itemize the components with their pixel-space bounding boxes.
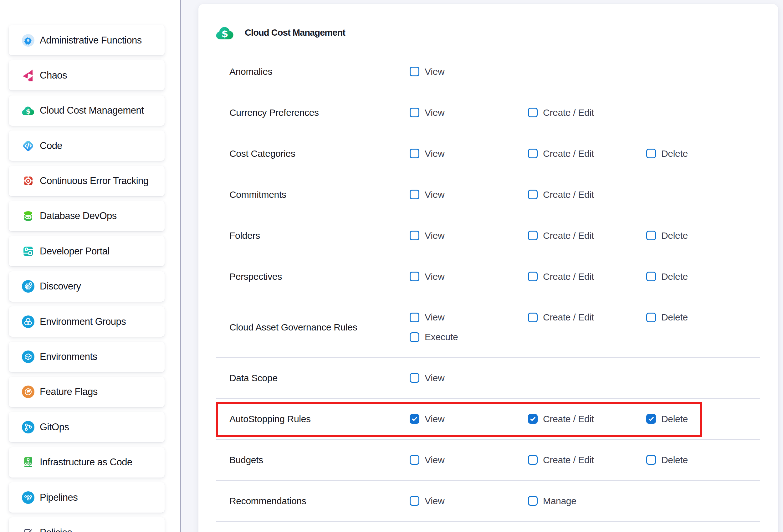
permission-label: Delete (661, 271, 688, 282)
permission-create-edit: Create / Edit (528, 414, 646, 424)
permission-manage: Manage (528, 496, 646, 506)
permission-label: Create / Edit (543, 230, 594, 241)
view-checkbox[interactable] (410, 231, 419, 240)
discovery-icon (22, 280, 34, 292)
permission-delete: Delete (646, 312, 760, 323)
permission-view: View (410, 107, 528, 118)
view-checkbox[interactable] (410, 190, 419, 199)
sidebar-item-administrative-functions[interactable]: Administrative Functions (9, 25, 165, 55)
permission-label: View (425, 107, 444, 118)
sidebar-item-chaos[interactable]: Chaos (9, 60, 165, 90)
flag-icon (22, 385, 34, 398)
permission-delete: Delete (646, 455, 760, 465)
permission-label: View (425, 148, 444, 159)
checkbox-icon (22, 526, 34, 532)
view-checkbox[interactable] (410, 455, 419, 465)
delete-checkbox[interactable] (646, 231, 656, 240)
view-checkbox[interactable] (410, 414, 419, 424)
view-checkbox[interactable] (410, 149, 419, 158)
sidebar-item-label: Continuous Error Tracking (40, 175, 149, 187)
create-edit-checkbox[interactable] (528, 149, 538, 158)
portal-icon (22, 245, 34, 257)
view-checkbox[interactable] (410, 313, 419, 322)
create-edit-checkbox[interactable] (528, 272, 538, 281)
sidebar-item-gitops[interactable]: GitOps (9, 412, 165, 442)
create-edit-checkbox[interactable] (528, 313, 538, 322)
permission-label: Create / Edit (543, 148, 594, 159)
sidebar-item-database-devops[interactable]: Database DevOps (9, 201, 165, 231)
permission-label: Create / Edit (543, 107, 594, 118)
permission-view: View (410, 373, 528, 383)
permission-label: Create / Edit (543, 312, 594, 323)
sidebar-item-discovery[interactable]: Discovery (9, 271, 165, 302)
manage-checkbox[interactable] (528, 496, 538, 506)
permission-create-edit: Create / Edit (528, 107, 646, 118)
create-edit-checkbox[interactable] (528, 455, 538, 465)
view-checkbox[interactable] (410, 272, 419, 281)
sidebar-item-environment-groups[interactable]: Environment Groups (9, 306, 165, 337)
svg-text:$: $ (26, 107, 30, 115)
delete-checkbox[interactable] (646, 414, 656, 424)
create-edit-checkbox[interactable] (528, 190, 538, 199)
execute-checkbox[interactable] (410, 332, 419, 342)
permission-label: Delete (661, 230, 688, 241)
permission-view: View (410, 148, 528, 159)
sidebar-item-cloud-cost-management[interactable]: $ Cloud Cost Management (9, 95, 165, 126)
sidebar-item-code[interactable]: Code (9, 130, 165, 161)
sidebar-item-label: Cloud Cost Management (40, 105, 144, 116)
gear-icon (22, 34, 34, 46)
view-checkbox[interactable] (410, 108, 419, 117)
resource-label: Folders (216, 230, 410, 241)
sidebar-item-developer-portal[interactable]: Developer Portal (9, 236, 165, 266)
permission-view: View (410, 271, 528, 282)
sidebar-item-label: Policies (40, 527, 72, 532)
panel-title: Cloud Cost Management (245, 28, 345, 38)
create-edit-checkbox[interactable] (528, 414, 538, 424)
sidebar-item-label: Environments (40, 351, 97, 363)
sidebar-item-label: Chaos (40, 70, 67, 81)
hexagon-group-icon (22, 315, 34, 328)
sidebar-item-label: Developer Portal (40, 246, 109, 257)
cloud-cost-management-panel: $ Cloud Cost Management Anomalies View C… (198, 4, 778, 532)
delete-checkbox[interactable] (646, 455, 656, 465)
permissions-content: $ Cloud Cost Management Anomalies View C… (181, 0, 783, 532)
view-checkbox[interactable] (410, 373, 419, 383)
permission-label: View (425, 455, 444, 465)
sidebar-item-policies[interactable]: Policies (9, 517, 165, 532)
permission-view: View (410, 312, 528, 323)
sidebar-item-infrastructure-as-code[interactable]: Infrastructure as Code (9, 447, 165, 477)
sidebar-item-environments[interactable]: Environments (9, 342, 165, 372)
permission-label: View (425, 66, 444, 77)
permission-create-edit: Create / Edit (528, 230, 646, 241)
sidebar-item-label: GitOps (40, 421, 69, 433)
resource-label: Budgets (216, 455, 410, 465)
create-edit-checkbox[interactable] (528, 231, 538, 240)
permission-label: View (425, 373, 444, 383)
permission-view: View (410, 455, 528, 465)
sidebar-item-continuous-error-tracking[interactable]: Continuous Error Tracking (9, 166, 165, 196)
resource-label: Perspectives (216, 271, 410, 282)
table-row-cost-categories: Cost Categories View Create / Edit Delet… (216, 133, 760, 174)
sidebar-item-pipelines[interactable]: Pipelines (9, 482, 165, 512)
sidebar-item-label: Discovery (40, 281, 81, 292)
permission-execute: Execute (410, 332, 528, 342)
permission-create-edit: Create / Edit (528, 312, 646, 323)
view-checkbox[interactable] (410, 496, 419, 506)
resource-label: Commitments (216, 189, 410, 200)
create-edit-checkbox[interactable] (528, 108, 538, 117)
table-row-data-scope: Data Scope View (216, 358, 760, 399)
delete-checkbox[interactable] (646, 149, 656, 158)
delete-checkbox[interactable] (646, 272, 656, 281)
resource-label: AutoStopping Rules (216, 414, 410, 424)
resource-label: Cost Categories (216, 148, 410, 159)
permission-view: View (410, 414, 528, 424)
table-row-anomalies: Anomalies View (216, 51, 760, 92)
view-checkbox[interactable] (410, 67, 419, 76)
delete-checkbox[interactable] (646, 313, 656, 322)
svg-text:$: $ (222, 28, 228, 39)
cloud-dollar-icon: $ (216, 26, 234, 39)
sidebar-item-feature-flags[interactable]: Feature Flags (9, 377, 165, 407)
sidebar-item-label: Infrastructure as Code (40, 457, 132, 468)
permission-label: Create / Edit (543, 271, 594, 282)
sidebar-item-label: Pipelines (40, 492, 77, 503)
